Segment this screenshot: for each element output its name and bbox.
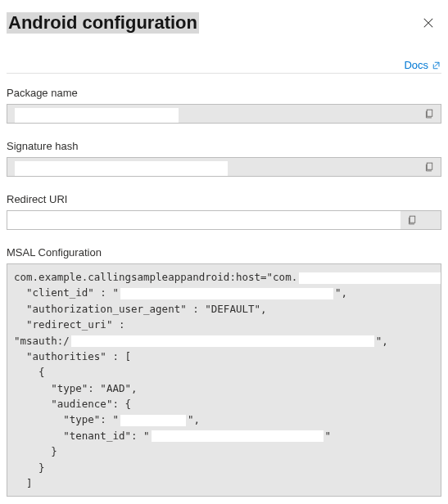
divider — [7, 73, 441, 74]
msal-text: "redirect_uri" : — [14, 318, 124, 331]
msal-text: "type": " — [14, 413, 119, 425]
msal-text: { — [14, 366, 45, 378]
copy-icon — [424, 161, 435, 173]
external-link-icon — [432, 61, 441, 70]
redacted-value — [15, 161, 228, 176]
header: Android configuration — [7, 10, 441, 36]
redirect-uri-input[interactable] — [7, 211, 400, 229]
docs-link[interactable]: Docs — [404, 59, 441, 71]
docs-link-label: Docs — [404, 59, 428, 71]
msal-text: com.example.callingsampleappandroid:host… — [14, 271, 297, 283]
redacted-value — [71, 335, 374, 347]
msal-text: "authorization_user_agent" : "DEFAULT", — [14, 303, 267, 315]
copy-button[interactable] — [418, 158, 441, 176]
redacted-value — [152, 430, 324, 442]
copy-icon — [424, 108, 435, 119]
msal-text: "client_id" : " — [14, 286, 119, 299]
msal-text: } — [14, 445, 57, 457]
msal-text: "type": "AAD", — [14, 382, 138, 394]
msal-text: ", — [376, 335, 388, 347]
msal-text: } — [14, 461, 45, 474]
signature-hash-input[interactable] — [7, 158, 418, 176]
msal-text: ", — [335, 286, 347, 299]
page-title: Android configuration — [7, 12, 199, 34]
msal-text: "msauth:/ — [14, 335, 70, 347]
msal-text: " — [325, 430, 332, 442]
package-name-group: Package name — [7, 87, 441, 124]
redirect-uri-group: Redirect URI — [7, 193, 441, 230]
svg-rect-0 — [427, 110, 432, 116]
msal-text: ] — [14, 477, 33, 489]
package-name-row — [7, 104, 441, 124]
redacted-value — [120, 288, 333, 299]
copy-icon — [407, 214, 418, 226]
redirect-uri-row — [7, 210, 441, 230]
signature-hash-row — [7, 157, 441, 177]
svg-rect-2 — [410, 216, 415, 223]
signature-hash-label: Signature hash — [7, 140, 441, 152]
docs-row: Docs — [7, 59, 441, 71]
redirect-uri-label: Redirect URI — [7, 193, 441, 205]
copy-button[interactable] — [400, 211, 423, 229]
copy-button[interactable] — [418, 105, 441, 123]
svg-rect-1 — [427, 163, 432, 169]
package-name-input[interactable] — [7, 105, 418, 123]
redacted-value — [120, 415, 186, 426]
msal-text: ", — [188, 413, 200, 425]
signature-hash-group: Signature hash — [7, 140, 441, 177]
msal-config-label: MSAL Configuration — [7, 246, 441, 259]
msal-config-block[interactable]: com.example.callingsampleappandroid:host… — [7, 263, 441, 497]
package-name-label: Package name — [7, 87, 441, 99]
msal-text: "authorities" : [ — [14, 350, 131, 362]
msal-text: "audience": { — [14, 398, 131, 410]
redacted-value — [15, 108, 179, 123]
msal-config-group: MSAL Configuration com.example.callingsa… — [7, 246, 441, 497]
close-button[interactable] — [415, 10, 441, 36]
close-icon — [423, 17, 434, 29]
redacted-value — [299, 272, 441, 284]
msal-text: "tenant_id": " — [14, 430, 150, 442]
